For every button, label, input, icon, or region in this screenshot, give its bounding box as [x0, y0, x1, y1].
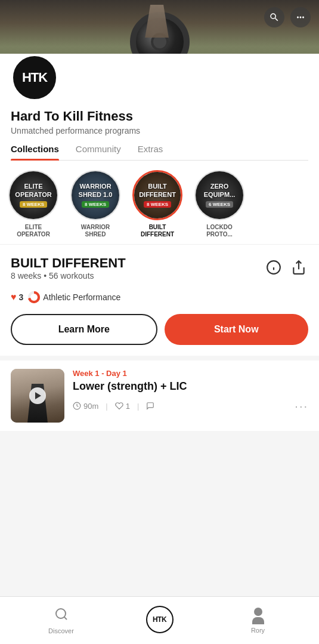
program-badge-warrior-shred: 8 WEEKS — [82, 201, 109, 208]
performance-icon — [28, 291, 40, 303]
program-item-built-different[interactable]: BUILTDIFFERENT 8 WEEKS BUILTDIFFERENT — [131, 170, 184, 238]
programs-carousel: ELITEOPERATOR 8 WEEKS ELITEOPERATOR WARR… — [0, 161, 319, 245]
share-icon-button[interactable] — [289, 258, 308, 277]
learn-more-button[interactable]: Learn More — [11, 314, 157, 345]
program-tags-row: ♥ 3 Athletic Performance — [11, 291, 308, 303]
program-detail-title: BUILT DIFFERENT — [11, 255, 126, 271]
nav-item-htk-home[interactable]: HTK — [139, 606, 181, 636]
program-title-elite-operator: ELITEOPERATOR — [15, 183, 51, 198]
workout-thumbnail[interactable] — [11, 369, 64, 423]
more-options-button[interactable] — [290, 7, 311, 27]
tabs-row: Collections Community Extras — [11, 144, 308, 161]
person-body-icon — [252, 617, 264, 624]
program-badge-elite-operator: 8 WEEKS — [20, 201, 47, 208]
meta-divider-2: | — [137, 402, 139, 411]
workout-info: Week 1 - Day 1 Lower (strength) + LIC 90… — [73, 369, 308, 413]
program-circle-elite-operator: ELITEOPERATOR 8 WEEKS — [8, 170, 58, 220]
nav-item-discover[interactable]: Discover — [41, 607, 82, 634]
program-item-elite-operator[interactable]: ELITEOPERATOR 8 WEEKS ELITEOPERATOR — [7, 170, 60, 238]
workout-likes-text: 1 — [126, 402, 130, 411]
cta-buttons-row: Learn More Start Now — [11, 314, 308, 356]
profile-section: HTK Hard To Kill Fitness Unmatched perfo… — [0, 54, 319, 161]
clock-icon — [73, 402, 81, 410]
avatar-wrap: HTK — [11, 54, 308, 101]
performance-tag: Athletic Performance — [28, 291, 120, 303]
htk-home-icon-circle: HTK — [146, 606, 174, 633]
program-detail-title-block: BUILT DIFFERENT 8 weeks • 56 workouts — [11, 255, 126, 288]
program-circle-built-different: BUILTDIFFERENT 8 WEEKS — [132, 170, 182, 220]
likes-tag: ♥ 3 — [11, 292, 23, 303]
profile-tagline: Unmatched performance programs — [11, 126, 308, 135]
htk-home-logo: HTK — [153, 615, 166, 624]
comment-icon — [146, 402, 154, 410]
workout-duration: 90m — [73, 402, 98, 411]
program-title-lockdown-protocol: ZEROEQUIPM... — [204, 183, 236, 198]
workout-likes: 1 — [115, 402, 130, 411]
search-nav-icon — [54, 607, 69, 621]
header-icons — [264, 7, 311, 27]
program-name-lockdown-protocol: LOCKDOPROTO... — [206, 224, 233, 238]
tab-extras[interactable]: Extras — [138, 144, 163, 160]
program-badge-lockdown-protocol: 6 WEEKS — [206, 201, 233, 208]
bottom-spacer — [0, 431, 319, 485]
program-name-elite-operator: ELITEOPERATOR — [17, 224, 50, 238]
discover-label: Discover — [48, 627, 74, 634]
program-title-built-different: BUILTDIFFERENT — [139, 183, 176, 198]
program-circle-lockdown-protocol: ZEROEQUIPM... 6 WEEKS — [194, 170, 244, 220]
like-icon — [115, 402, 123, 410]
workout-comment — [146, 402, 154, 410]
workout-duration-text: 90m — [83, 402, 98, 411]
heart-icon: ♥ — [11, 292, 17, 303]
program-detail-meta: 8 weeks • 56 workouts — [11, 271, 126, 281]
profile-name: Hard To Kill Fitness — [11, 109, 308, 124]
program-detail-header: BUILT DIFFERENT 8 weeks • 56 workouts — [11, 255, 308, 288]
program-detail-section: BUILT DIFFERENT 8 weeks • 56 workouts — [0, 245, 319, 356]
program-name-built-different: BUILTDIFFERENT — [141, 224, 174, 238]
play-button[interactable] — [29, 387, 46, 404]
search-icon-button[interactable] — [264, 7, 284, 27]
bottom-navigation: Discover HTK Rory — [0, 596, 319, 644]
program-badge-built-different: 8 WEEKS — [144, 201, 171, 208]
workout-name: Lower (strength) + LIC — [73, 380, 308, 393]
avatar-logo: HTK — [22, 71, 47, 84]
tab-collections[interactable]: Collections — [11, 144, 59, 160]
play-triangle-icon — [35, 392, 41, 399]
info-icon-button[interactable] — [264, 258, 283, 277]
program-name-warrior-shred: WARRIORSHRED — [81, 224, 110, 238]
workout-card: Week 1 - Day 1 Lower (strength) + LIC 90… — [0, 360, 319, 431]
tab-community[interactable]: Community — [76, 144, 121, 160]
program-title-warrior-shred: WARRIORSHRED 1.0 — [79, 183, 113, 198]
nav-item-profile[interactable]: Rory — [237, 608, 279, 634]
discover-search-icon — [54, 607, 69, 625]
profile-label: Rory — [251, 627, 265, 634]
workout-week-label: Week 1 - Day 1 — [73, 369, 308, 378]
program-item-warrior-shred[interactable]: WARRIORSHRED 1.0 8 WEEKS WARRIORSHRED — [69, 170, 122, 238]
likes-count: 3 — [19, 292, 24, 302]
workout-more-button[interactable]: ··· — [295, 399, 308, 413]
svg-point-5 — [56, 609, 66, 618]
program-circle-warrior-shred: WARRIORSHRED 1.0 8 WEEKS — [70, 170, 120, 220]
start-now-button[interactable]: Start Now — [165, 314, 309, 345]
avatar: HTK — [11, 54, 58, 101]
profile-person-icon — [252, 608, 264, 624]
person-head-icon — [254, 608, 262, 616]
performance-label: Athletic Performance — [43, 292, 120, 302]
program-detail-action-icons — [264, 258, 308, 277]
meta-divider-1: | — [106, 402, 107, 411]
program-item-lockdown-protocol[interactable]: ZEROEQUIPM... 6 WEEKS LOCKDOPROTO... — [193, 170, 246, 238]
svg-line-6 — [64, 617, 66, 619]
workout-meta-row: 90m | 1 | ··· — [73, 399, 308, 413]
